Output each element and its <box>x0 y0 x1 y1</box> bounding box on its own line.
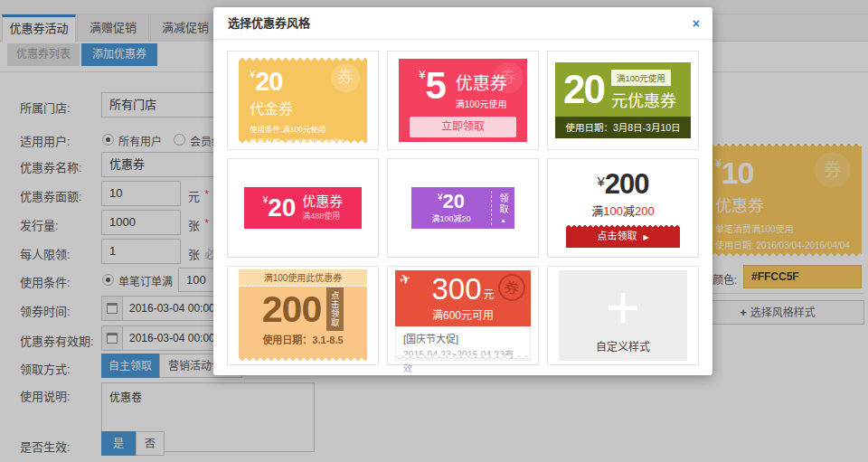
coupon-style-1: ¥20 代金券 使用条件:满100元使用 使用日期: 2015/05/06-08… <box>239 57 367 144</box>
serrated-edge <box>566 225 680 229</box>
claim-tag: 点击领取 <box>326 288 344 331</box>
custom-style-tile: + 自定义样式 <box>559 270 687 361</box>
condition: 使用条件:满100元使用 <box>250 123 356 134</box>
coupon-name: 代金券 <box>250 97 356 118</box>
claim-label: 点击领取 <box>597 231 637 241</box>
amount: 20 <box>563 70 604 109</box>
coupon-style-card-1[interactable]: ¥20 代金券 使用条件:满100元使用 使用日期: 2015/05/06-08… <box>227 51 379 150</box>
coupon-style-card-8[interactable]: ✈ 券 300 元 满600元可用 [国庆节大促] 2015.04.23~201… <box>387 266 539 365</box>
coupon-style-6: ¥200 满100减200 点击领取▶ <box>566 168 680 248</box>
coupon-badge-icon: 券 <box>493 62 524 93</box>
coupon-style-5: ¥20 满100减20 领取 ▲ <box>411 187 514 229</box>
coupon-style-card-6[interactable]: ¥200 满100减200 点击领取▶ <box>547 158 699 258</box>
condition: 满600元可用 <box>432 306 494 322</box>
coupon-style-4: ¥20 优惠券 满488使用 <box>244 187 362 229</box>
custom-style-label: 自定义样式 <box>559 338 687 354</box>
condition: 满100减20 <box>431 212 470 224</box>
unit: 元 <box>484 286 495 301</box>
coupon-title: 优惠券 <box>302 194 343 210</box>
coupon-style-card-4[interactable]: ¥20 优惠券 满488使用 <box>227 158 379 258</box>
coupon-style-3: 20 满100元使用 元优惠券 使用日期：3月8日-3月10日 <box>555 62 691 138</box>
serrated-edge <box>239 356 367 362</box>
coupon-style-card-3[interactable]: 20 满100元使用 元优惠券 使用日期：3月8日-3月10日 <box>547 51 699 150</box>
claim-button: 立即领取 <box>410 117 516 137</box>
amount: 5 <box>425 64 446 107</box>
modal-title: 选择优惠券风格 <box>213 7 712 40</box>
serrated-edge <box>239 138 367 144</box>
amount: 20 <box>268 193 296 222</box>
coupon-style-8: ✈ 券 300 元 满600元可用 [国庆节大促] 2015.04.23~201… <box>395 270 531 361</box>
amount: 200 <box>262 291 321 328</box>
plus-icon: + <box>606 284 641 332</box>
amount: 20 <box>443 190 465 212</box>
condition: 满100元使用 <box>456 97 507 110</box>
validity: 2015.04.23~2015.04.23有效 <box>403 347 523 374</box>
coupon-style-card-7[interactable]: 满100使用此优惠券 200 点击领取 使用日期：3.1-8.5 <box>227 266 379 365</box>
condition-tag: 满100元使用 <box>611 70 671 86</box>
coupon-style-card-custom[interactable]: + 自定义样式 <box>547 266 699 365</box>
coupon-style-modal: 选择优惠券风格 × ¥20 代金券 使用条件:满100元使用 使用日期: 201… <box>213 7 712 375</box>
amount: 300 <box>431 275 481 303</box>
coupon-style-2: ¥5 优惠券 满100元使用 立即领取 券 <box>399 59 527 142</box>
condition: 满488使用 <box>302 210 343 222</box>
paper-plane-icon: ✈ <box>398 269 414 288</box>
condition-text: 减 <box>623 204 635 218</box>
condition-value: 100 <box>603 204 623 218</box>
serrated-edge <box>239 57 367 62</box>
triangle-up-icon: ▲ <box>500 217 506 223</box>
wavy-edge <box>396 355 530 361</box>
condition-header: 满100使用此优惠券 <box>239 269 367 287</box>
amount: 20 <box>255 67 282 96</box>
close-icon[interactable]: × <box>693 7 700 40</box>
modal-body: ¥20 代金券 使用条件:满100元使用 使用日期: 2015/05/06-08… <box>213 40 712 376</box>
coupon-badge-icon: 券 <box>331 63 360 92</box>
amount: 200 <box>605 168 649 200</box>
date-bar: 使用日期：3月8日-3月10日 <box>555 117 691 138</box>
date: 使用日期：3.1-8.5 <box>239 332 367 346</box>
coupon-stamp-icon: 券 <box>495 271 528 304</box>
coupon-title: 元优惠券 <box>611 88 676 111</box>
currency-symbol: ¥ <box>597 174 604 189</box>
triangle-right-icon: ▶ <box>643 233 648 241</box>
coupon-style-7: 满100使用此优惠券 200 点击领取 使用日期：3.1-8.5 <box>239 269 367 362</box>
condition-value: 200 <box>635 204 655 218</box>
claim-bar: 点击领取▶ <box>566 225 680 248</box>
modal-header: 选择优惠券风格 × <box>213 7 712 40</box>
event-name: [国庆节大促] <box>403 331 523 345</box>
condition-text: 满 <box>591 204 603 218</box>
claim-label: 领取 <box>496 193 510 215</box>
coupon-style-card-2[interactable]: ¥5 优惠券 满100元使用 立即领取 券 <box>387 51 539 150</box>
coupon-style-card-5[interactable]: ¥20 满100减20 领取 ▲ <box>387 158 539 258</box>
